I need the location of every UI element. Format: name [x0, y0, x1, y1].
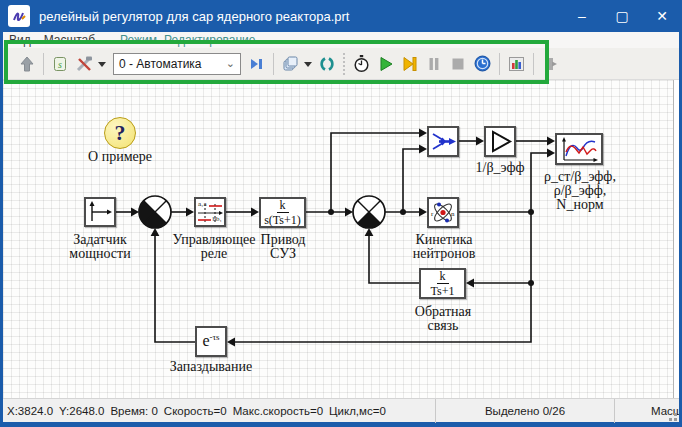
status-time: Время: 0 [110, 405, 157, 417]
sheet-gutter [674, 80, 679, 398]
menu-mode[interactable]: Режим [120, 33, 157, 47]
realtime-clock-icon[interactable] [470, 51, 495, 77]
script-icon[interactable]: s [48, 51, 72, 77]
svg-text:s: s [58, 59, 62, 70]
code-icon[interactable] [315, 51, 339, 77]
pause-icon[interactable] [422, 51, 446, 77]
atom-icon: r n [429, 199, 457, 226]
navigate-up-icon[interactable] [15, 51, 39, 77]
kinetics-label: Кинетика нейтронов [413, 233, 476, 261]
window-title: релейный регулятор для сар ядерного реак… [39, 9, 349, 24]
setpoint-label: Задатчик мощности [69, 233, 130, 261]
timer-icon[interactable] [349, 51, 374, 77]
status-speed: Скорость=0 [164, 405, 227, 417]
status-left: X:3824.0 Y:2648.0 Время: 0 Скорость=0 Ма… [3, 405, 435, 417]
tools-dropdown-caret[interactable] [98, 62, 106, 71]
status-y: Y:2648.0 [59, 405, 104, 417]
menu-edit[interactable]: Редактирование [164, 33, 255, 47]
block-relay[interactable]: a₁a bb₁ [194, 197, 226, 227]
relay-label: Управляющее реле [173, 233, 256, 261]
app-logo-icon [8, 5, 30, 27]
menu-view[interactable]: Вид [9, 33, 31, 47]
about-label: О примере [88, 150, 152, 164]
feedback-label: Обратная связь [415, 305, 471, 333]
status-max-speed: Макс.скорость=0 [233, 405, 323, 417]
question-mark-icon[interactable]: ? [104, 117, 136, 149]
run-icon[interactable] [374, 51, 398, 77]
plot-label: ρ_ст/β_эфф, ρ/β_эфф, N_норм [544, 170, 616, 212]
relay-threshold-label-bottom: bb₁ [213, 216, 222, 223]
separator [43, 53, 44, 75]
mode-select[interactable]: 0 - Автоматика ⌄ [113, 53, 241, 75]
chevron-down-icon: ⌄ [226, 57, 235, 70]
block-delay[interactable]: e-τs [195, 326, 227, 357]
menubar: Вид Масштаб Режим Редактирование [3, 32, 679, 48]
statusbar: X:3824.0 Y:2648.0 Время: 0 Скорость=0 Ма… [3, 398, 679, 422]
status-selected: Выделено 0/26 [436, 405, 614, 417]
svg-text:n: n [451, 210, 455, 218]
separator [273, 53, 274, 75]
plots-icon[interactable] [504, 51, 529, 77]
block-setpoint[interactable] [84, 197, 116, 227]
delay-label: Запаздывание [170, 360, 252, 374]
titlebar: релейный регулятор для сар ядерного реак… [0, 0, 682, 32]
fast-forward-icon[interactable] [398, 51, 422, 77]
svg-text:r: r [431, 210, 434, 218]
step-source-icon [86, 199, 114, 225]
suz-drive-label: Привод СУЗ [261, 233, 306, 261]
menu-scale[interactable]: Масштаб [44, 33, 95, 47]
layers-dropdown-caret[interactable] [304, 62, 312, 71]
step-into-icon[interactable] [245, 51, 269, 77]
amplifier-icon [486, 128, 514, 155]
separator [343, 53, 345, 75]
block-plot[interactable] [555, 133, 603, 165]
toolbar: s 0 - Автоматика ⌄ [3, 48, 679, 80]
block-gain[interactable] [484, 126, 516, 157]
separator [499, 53, 500, 75]
resize-grip[interactable] [665, 409, 678, 422]
block-suz-drive[interactable]: k s(Ts+1) [259, 197, 306, 228]
relay-threshold-label-top: a₁a [198, 201, 207, 208]
stop-icon[interactable] [446, 51, 470, 77]
plot-icon [557, 135, 601, 163]
status-x: X:3824.0 [7, 405, 53, 417]
block-feedback[interactable]: k Ts+1 [419, 268, 466, 299]
sheet-edge [673, 80, 674, 398]
layers-icon[interactable] [278, 51, 303, 77]
mode-select-value: 0 - Автоматика [119, 57, 202, 71]
tools-icon[interactable] [72, 51, 97, 77]
block-multiplexer[interactable] [427, 126, 459, 157]
separator [533, 53, 534, 75]
status-cycle: Цикл,мс=0 [329, 405, 386, 417]
block-kinetics[interactable]: r n [427, 197, 459, 228]
close-button[interactable]: ✕ [642, 0, 682, 32]
gain-label: 1/β_эфф [476, 161, 525, 175]
maximize-button[interactable]: ▢ [602, 0, 642, 32]
app-window: релейный регулятор для сар ядерного реак… [0, 0, 682, 427]
minimize-button[interactable]: – [562, 0, 602, 32]
multiplexer-icon [429, 128, 457, 155]
exit-icon[interactable] [538, 51, 562, 77]
